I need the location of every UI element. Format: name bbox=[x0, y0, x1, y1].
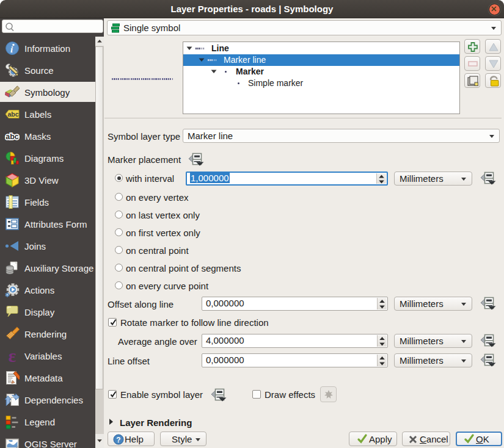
svg-text:?: ? bbox=[116, 436, 120, 444]
svg-text:abc: abc bbox=[5, 132, 19, 141]
svg-text:ε: ε bbox=[9, 349, 16, 363]
svg-text:abc: abc bbox=[7, 110, 18, 118]
